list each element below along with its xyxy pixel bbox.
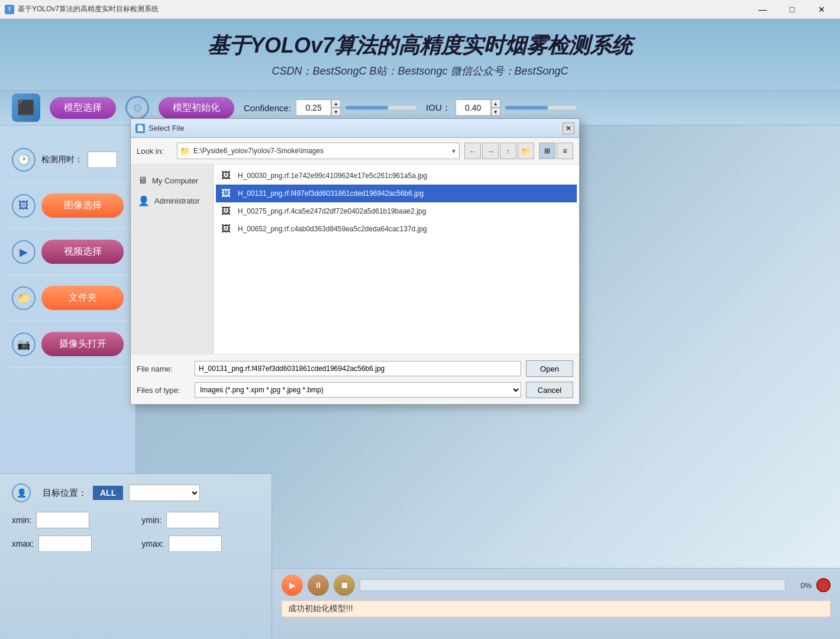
dialog-body: 🖥 My Computer 👤 Administrator 🖼 H_00030_…	[131, 164, 579, 354]
dialog-overlay: 📄 Select File ✕ Look in: 📁 E:\Pyside6_yo…	[0, 0, 840, 639]
nav-buttons: ← → ↑ 📁	[464, 143, 534, 159]
computer-icon: 🖥	[138, 175, 147, 186]
view-list-button[interactable]: ≡	[557, 143, 573, 159]
open-button[interactable]: Open	[526, 360, 573, 377]
files-of-type-select[interactable]: Images (*.png *.xpm *.jpg *.jpeg *.bmp)	[195, 382, 521, 398]
file-item-3[interactable]: 🖼 H_00652_png.rf.c4ab0d363d8459ea5c2deda…	[216, 220, 577, 238]
dropdown-arrow: ▼	[451, 148, 457, 154]
files-of-type-label: Files of type:	[137, 386, 190, 395]
look-in-row: Look in: 📁 E:\Pyside6_yolov7\yolov7-Smok…	[131, 138, 579, 164]
file-item-2[interactable]: 🖼 H_00275_png.rf.4ca5e247d2df72e0402a5d6…	[216, 202, 577, 220]
sidebar-item-label-my-computer: My Computer	[152, 176, 198, 185]
file-list[interactable]: 🖼 H_00030_png.rf.1e742e99c4109624e17e5c2…	[214, 164, 579, 354]
file-item[interactable]: 🖼 H_00030_png.rf.1e742e99c4109624e17e5c2…	[216, 167, 577, 185]
look-in-label: Look in:	[137, 147, 172, 156]
file-name-label: File name:	[137, 364, 190, 373]
look-in-dropdown[interactable]: 📁 E:\Pyside6_yolov7\yolov7-Smoke\images …	[177, 143, 460, 159]
folder-icon: 📁	[180, 146, 190, 156]
file-icon: 🖼	[221, 224, 233, 234]
user-icon: 👤	[138, 195, 150, 206]
cancel-button[interactable]: Cancel	[526, 382, 573, 398]
nav-forward-button[interactable]: →	[482, 143, 499, 159]
nav-new-folder-button[interactable]: 📁	[518, 143, 534, 159]
file-item-name-2: H_00275_png.rf.4ca5e247d2df72e0402a5d61b…	[238, 207, 426, 215]
dialog-icon: 📄	[135, 124, 145, 133]
dialog-title: Select File	[148, 124, 559, 133]
dialog-footer: File name: Open Files of type: Images (*…	[131, 354, 579, 404]
look-in-path: E:\Pyside6_yolov7\yolov7-Smoke\images	[193, 147, 447, 155]
file-name-input[interactable]	[195, 361, 521, 376]
nav-up-button[interactable]: ↑	[500, 143, 516, 159]
select-file-dialog: 📄 Select File ✕ Look in: 📁 E:\Pyside6_yo…	[130, 118, 580, 405]
file-item-name: H_00030_png.rf.1e742e99c4109624e17e5c261…	[238, 172, 427, 180]
sidebar-item-my-computer[interactable]: 🖥 My Computer	[131, 170, 213, 191]
file-item-name-3: H_00652_png.rf.c4ab0d363d8459ea5c2deda64…	[238, 225, 427, 233]
file-icon: 🖼	[221, 188, 233, 199]
file-item-selected[interactable]: 🖼 H_00131_png.rf.f497ef3dd6031861cded196…	[216, 185, 577, 202]
sidebar-item-administrator[interactable]: 👤 Administrator	[131, 191, 213, 211]
view-icon-button[interactable]: ⊞	[539, 143, 555, 159]
dialog-title-bar: 📄 Select File ✕	[131, 119, 579, 138]
file-name-row: File name: Open	[137, 360, 573, 377]
sidebar-item-label-administrator: Administrator	[154, 196, 200, 205]
file-icon: 🖼	[221, 206, 233, 217]
files-of-type-row: Files of type: Images (*.png *.xpm *.jpg…	[137, 382, 573, 398]
view-buttons: ⊞ ≡	[539, 143, 573, 159]
dialog-sidebar: 🖥 My Computer 👤 Administrator	[131, 164, 214, 354]
nav-back-button[interactable]: ←	[464, 143, 481, 159]
file-item-name-selected: H_00131_png.rf.f497ef3dd6031861cded19694…	[238, 189, 424, 198]
file-icon: 🖼	[221, 170, 233, 181]
dialog-close-button[interactable]: ✕	[563, 122, 574, 134]
